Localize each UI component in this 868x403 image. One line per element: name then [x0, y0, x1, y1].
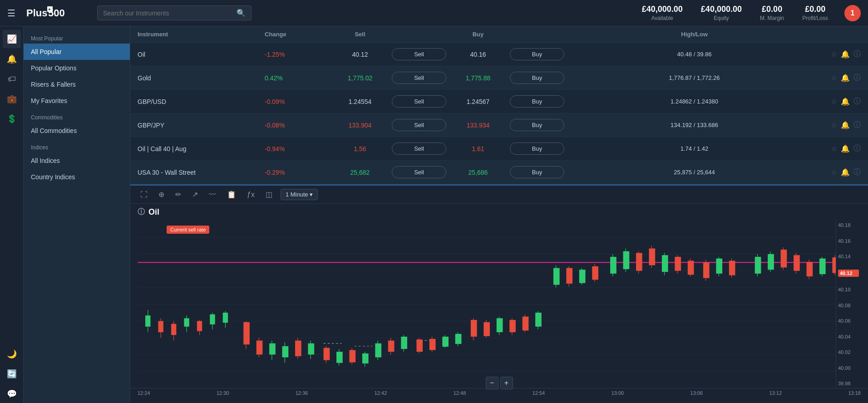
alert-icon[interactable]: 🔔 [841, 97, 850, 106]
svg-rect-55 [401, 337, 407, 349]
price-axis: 40.18 40.16 40.14 40.12 40.10 40.08 40.0… [836, 221, 861, 388]
buy-button[interactable]: Buy [510, 143, 564, 155]
sidebar-icon-darkmode[interactable]: 🌙 [3, 345, 21, 363]
sidebar-icons: 📈 🔔 🏷 💼 💲 🌙 🔄 💬 [0, 26, 24, 403]
sell-button[interactable]: Sell [392, 119, 446, 131]
buy-price: 1.24567 [446, 98, 510, 105]
instruments-table: Instrument Change Sell Buy High/Low Oil … [130, 26, 868, 186]
buy-button[interactable]: Buy [510, 119, 564, 131]
save-icon[interactable]: 📋 [224, 188, 239, 201]
change-value: -0.09% [265, 98, 328, 105]
formula-icon[interactable]: ƒx [244, 189, 257, 201]
svg-text:Plus: Plus [26, 7, 47, 19]
nav-item-popular-options[interactable]: Popular Options [24, 60, 130, 76]
layout-icon[interactable]: ◫ [263, 188, 275, 201]
svg-rect-47 [350, 350, 356, 362]
sell-button[interactable]: Sell [392, 95, 446, 108]
favorite-icon[interactable]: ☆ [831, 50, 837, 59]
sell-button[interactable]: Sell [392, 143, 446, 155]
search-bar[interactable]: 🔍 [97, 5, 252, 20]
svg-rect-15 [145, 315, 150, 327]
wave-icon[interactable]: 〰 [206, 189, 219, 201]
time-selector[interactable]: 1 Minute ▾ [281, 189, 318, 200]
info-icon[interactable]: ⓘ [853, 73, 861, 83]
nav-item-all-popular[interactable]: All Popular [24, 44, 130, 60]
buy-button[interactable]: Buy [510, 72, 564, 84]
info-circle-icon: ⓘ [138, 207, 145, 217]
sidebar-icon-balance[interactable]: 💲 [3, 110, 21, 128]
svg-rect-31 [256, 340, 263, 354]
avatar[interactable]: 1 [844, 5, 861, 21]
high-low-value: 1.24862 / 1.24380 [564, 98, 824, 105]
svg-rect-84 [592, 266, 598, 280]
nav-item-risers-fallers[interactable]: Risers & Fallers [24, 76, 130, 93]
svg-rect-66 [471, 320, 477, 337]
buy-price: 1.61 [446, 145, 510, 152]
nav-item-my-favorites[interactable]: My Favorites [24, 93, 130, 109]
svg-rect-19 [171, 324, 176, 335]
favorite-icon[interactable]: ☆ [831, 144, 837, 153]
buy-button[interactable]: Buy [510, 166, 564, 178]
pencil-icon[interactable]: ✏ [173, 188, 184, 201]
favorite-icon[interactable]: ☆ [831, 168, 837, 177]
sell-price: 40.12 [328, 51, 392, 58]
favorite-icon[interactable]: ☆ [831, 74, 837, 82]
alert-icon[interactable]: 🔔 [841, 144, 850, 153]
sidebar-icon-chat[interactable]: 💬 [3, 385, 21, 403]
svg-rect-94 [662, 255, 668, 272]
svg-rect-110 [781, 250, 787, 267]
table-row: Gold 0.42% 1,775.02 Sell 1,775.88 Buy 1,… [130, 66, 868, 90]
alert-icon[interactable]: 🔔 [841, 74, 850, 82]
svg-rect-62 [442, 337, 449, 347]
info-icon[interactable]: ⓘ [853, 97, 861, 106]
zoom-in-button[interactable]: + [500, 377, 513, 389]
svg-rect-108 [768, 254, 774, 270]
sidebar-icon-refresh[interactable]: 🔄 [3, 365, 21, 383]
chart-svg [138, 221, 861, 388]
sidebar-icon-tag[interactable]: 🏷 [3, 70, 21, 88]
sidebar-icon-chart[interactable]: 📈 [3, 30, 21, 48]
alert-icon[interactable]: 🔔 [841, 168, 850, 177]
sell-button[interactable]: Sell [392, 48, 446, 60]
trend-icon[interactable]: ↗ [189, 188, 201, 201]
main-layout: 📈 🔔 🏷 💼 💲 🌙 🔄 💬 Most Popular All Popular… [0, 26, 868, 403]
row-actions: ☆ 🔔 ⓘ [824, 73, 861, 83]
row-actions: ☆ 🔔 ⓘ [824, 144, 861, 153]
info-icon[interactable]: ⓘ [853, 144, 861, 153]
buy-button[interactable]: Buy [510, 48, 564, 60]
nav-item-all-commodities[interactable]: All Commodities [24, 123, 130, 139]
row-actions: ☆ 🔔 ⓘ [824, 49, 861, 59]
buy-button[interactable]: Buy [510, 95, 564, 108]
stat-margin: £0.00 M. Margin [760, 5, 784, 21]
instrument-name: GBP/JPY [138, 122, 265, 129]
info-icon[interactable]: ⓘ [853, 49, 861, 59]
high-low-value: 1,776.87 / 1,772.26 [564, 74, 824, 81]
menu-icon[interactable]: ☰ [7, 8, 15, 19]
sidebar-icon-alert[interactable]: 🔔 [3, 50, 21, 68]
favorite-icon[interactable]: ☆ [831, 97, 837, 106]
crosshair-icon[interactable]: ⊕ [156, 188, 167, 201]
sell-button[interactable]: Sell [392, 72, 446, 84]
col-sell-btn [392, 31, 446, 38]
zoom-out-button[interactable]: − [486, 377, 498, 389]
nav-section-indices: Indices [24, 139, 130, 152]
buy-price: 1,775.88 [446, 74, 510, 82]
svg-rect-114 [807, 262, 813, 276]
favorite-icon[interactable]: ☆ [831, 121, 837, 129]
info-icon[interactable]: ⓘ [853, 120, 861, 130]
search-input[interactable] [103, 10, 233, 17]
nav-section-most-popular: Most Popular [24, 30, 130, 44]
current-price-tag: 40.12 [838, 270, 859, 277]
change-value: -0.08% [265, 122, 328, 129]
nav-item-all-indices[interactable]: All Indices [24, 152, 130, 169]
alert-icon[interactable]: 🔔 [841, 50, 850, 59]
alert-icon[interactable]: 🔔 [841, 121, 850, 129]
sell-button[interactable]: Sell [392, 166, 446, 178]
svg-rect-53 [388, 340, 395, 352]
sidebar-icon-portfolio[interactable]: 💼 [3, 90, 21, 108]
time-axis: 12:24 12:30 12:36 12:42 12:48 12:54 13:0… [130, 388, 868, 398]
info-icon[interactable]: ⓘ [853, 167, 861, 177]
nav-item-country-indices[interactable]: Country Indices [24, 169, 130, 185]
col-sell: Sell [328, 31, 392, 38]
expand-icon[interactable]: ⛶ [138, 189, 150, 201]
